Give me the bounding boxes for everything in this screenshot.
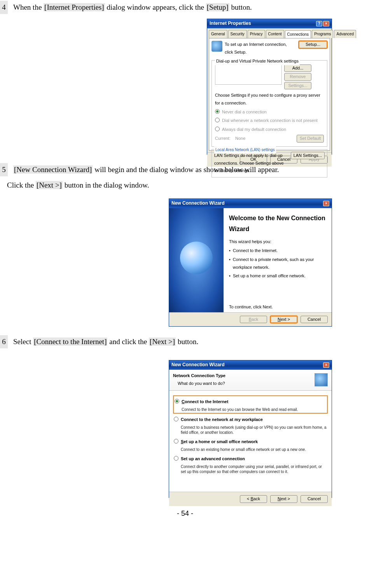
tabs: General Security Privacy Content Connect… [207, 28, 332, 38]
radio-advanced[interactable] [174, 456, 178, 461]
set-default-button: Set Default [297, 135, 324, 142]
back-button[interactable]: < Back [240, 495, 267, 503]
tab-connections[interactable]: Connections [285, 30, 311, 38]
lan-text: LAN Settings do not apply to dial-up con… [214, 152, 288, 175]
next-button[interactable]: Next > [270, 495, 297, 503]
ui-ref-next-2: [Next >] [149, 337, 176, 346]
radio-whenever[interactable] [215, 118, 220, 122]
step-5-text-2: Click the [Next >] button in the dialog … [7, 179, 370, 192]
close-button[interactable]: × [323, 362, 329, 368]
step-4-num: 4 [0, 1, 8, 14]
option-advanced[interactable]: Set up an advanced connection Connect di… [174, 455, 327, 474]
step-6: 6 Select [Connect to the Internet] and c… [0, 335, 370, 498]
ui-ref-internet-properties: [Internet Properties] [44, 3, 105, 11]
close-button[interactable]: × [323, 21, 329, 26]
radio-always[interactable] [215, 127, 220, 131]
step-4: 4 When the [Internet Properties] dialog … [0, 1, 370, 155]
step-5-num: 5 [0, 163, 8, 176]
back-button: Back [240, 316, 267, 323]
setup-text: To set up an Internet connection, click … [225, 41, 296, 56]
wizard-continue-text: To continue, click Next. [229, 303, 326, 311]
ui-ref-new-conn-wizard: [New Connection Wizard] [13, 165, 93, 174]
proxy-text: Choose Settings if you need to configure… [215, 92, 324, 107]
page-number: - 54 - [0, 507, 370, 520]
step-6-num: 6 [0, 335, 8, 348]
remove-button: Remove [284, 73, 311, 80]
wizard-header-icon [315, 373, 328, 386]
option-connect-internet[interactable]: Connect to the Internet Connect to the I… [174, 396, 327, 413]
internet-properties-dialog: Internet Properties ? × General Security… [207, 19, 332, 155]
dialog-title: New Connection Wizard [171, 199, 225, 208]
ui-ref-setup: [Setup] [206, 3, 229, 11]
tab-security[interactable]: Security [228, 30, 247, 38]
page-sub: What do you want to do? [178, 380, 225, 388]
ui-ref-next: [Next >] [36, 181, 63, 189]
cancel-button[interactable]: Cancel [301, 316, 328, 323]
lan-settings-button[interactable]: LAN Settings... [291, 152, 325, 159]
lan-legend: Local Area Network (LAN) settings [214, 146, 276, 153]
new-connection-wizard-welcome: New Connection Wizard × Welcome to the N… [169, 198, 332, 327]
tab-advanced[interactable]: Advanced [334, 30, 356, 38]
vpn-list[interactable] [215, 64, 282, 85]
wizard-heading: Welcome to the New Connection Wizard [229, 213, 326, 235]
radio-never[interactable] [215, 109, 220, 114]
new-connection-wizard-type: New Connection Wizard × Network Connecti… [169, 360, 332, 498]
dialog-title: New Connection Wizard [171, 361, 225, 369]
connection-icon [211, 41, 222, 52]
tab-content[interactable]: Content [266, 30, 284, 38]
dialog-title: Internet Properties [210, 19, 251, 28]
tab-programs[interactable]: Programs [312, 30, 333, 38]
radio-connect-internet[interactable] [175, 399, 179, 404]
setup-button[interactable]: Setup... [299, 41, 327, 48]
option-workplace[interactable]: Connect to the network at my workplace C… [174, 416, 327, 435]
step-6-text: Select [Connect to the Internet] and cli… [13, 335, 370, 348]
radio-workplace[interactable] [174, 417, 178, 421]
ui-ref-connect-internet: [Connect to the Internet] [33, 337, 107, 346]
option-home-office[interactable]: Set up a home or small office network Co… [174, 438, 327, 452]
step-5: 5 [New Connection Wizard] will begin and… [0, 163, 370, 326]
step-4-text: When the [Internet Properties] dialog wi… [13, 1, 370, 14]
close-button[interactable]: × [323, 201, 329, 206]
cancel-button[interactable]: Cancel [301, 495, 328, 503]
radio-home-office[interactable] [174, 439, 178, 444]
tab-privacy[interactable]: Privacy [248, 30, 265, 38]
page-heading: Network Connection Type [173, 372, 225, 380]
help-button[interactable]: ? [316, 21, 322, 26]
tab-general[interactable]: General [209, 30, 227, 38]
add-button[interactable]: Add... [284, 64, 311, 72]
settings-button: Settings... [284, 82, 311, 89]
vpn-legend: Dial-up and Virtual Private Network sett… [215, 57, 300, 65]
next-button[interactable]: Next > [270, 316, 297, 323]
wizard-helps: This wizard helps you: [229, 238, 326, 246]
wizard-banner-image [169, 208, 224, 312]
